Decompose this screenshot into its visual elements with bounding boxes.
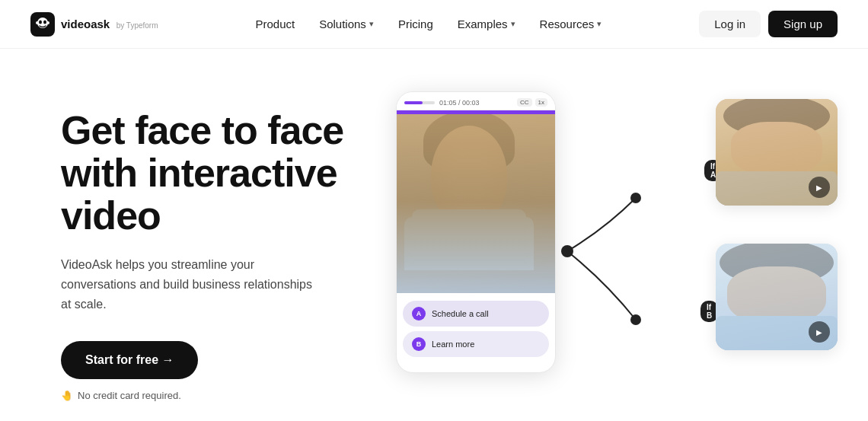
nav-actions: Log in Sign up <box>699 11 838 37</box>
note-text: No credit card required. <box>78 390 181 401</box>
logo[interactable]: videoask by Typeform <box>30 12 158 37</box>
svg-point-2 <box>39 20 42 24</box>
option-b-icon: B <box>412 337 426 351</box>
option-b-text: Learn more <box>432 340 474 349</box>
hero-copy: Get face to face with interactive video … <box>61 109 350 401</box>
speed-badge: 1x <box>535 98 547 107</box>
hero-section: Get face to face with interactive video … <box>0 0 868 421</box>
note-icon: 🤚 <box>61 390 73 401</box>
option-a-icon: A <box>412 307 426 321</box>
logo-wordmark: videoask by Typeform <box>61 18 158 31</box>
hero-title: Get face to face with interactive video <box>61 109 350 237</box>
card-if-b: ▶ <box>716 244 838 350</box>
nav-pricing[interactable]: Pricing <box>388 11 444 37</box>
nav-product[interactable]: Product <box>244 11 305 37</box>
phone-badges: CC 1x <box>517 98 547 107</box>
option-a-text: Schedule a call <box>432 309 489 318</box>
phone-header: 01:05 / 00:03 CC 1x <box>397 92 555 110</box>
solutions-chevron-icon: ▾ <box>369 19 374 29</box>
card-if-a: ▶ <box>716 99 838 206</box>
phone-video <box>397 110 555 293</box>
progress-bar <box>404 101 435 104</box>
examples-chevron-icon: ▾ <box>511 19 515 29</box>
signup-button[interactable]: Sign up <box>768 11 838 37</box>
phone-options: A Schedule a call B Learn more <box>397 293 555 365</box>
svg-point-3 <box>43 20 46 24</box>
hero-note: 🤚 No credit card required. <box>61 390 350 401</box>
logo-icon <box>30 12 55 37</box>
nav-resources[interactable]: Resources ▾ <box>529 11 613 37</box>
hero-subtitle: VideoAsk helps you streamline your conve… <box>61 255 320 314</box>
nav-links: Product Solutions ▾ Pricing Examples ▾ R… <box>244 11 612 37</box>
option-a[interactable]: A Schedule a call <box>403 301 549 327</box>
nav-examples[interactable]: Examples ▾ <box>447 11 526 37</box>
cta-button[interactable]: Start for free → <box>61 341 198 379</box>
video-time: 01:05 / 00:03 <box>439 99 480 107</box>
nav-solutions[interactable]: Solutions ▾ <box>308 11 385 37</box>
svg-point-5 <box>46 21 49 24</box>
svg-point-8 <box>630 314 641 325</box>
hero-visual: 01:05 / 00:03 CC 1x <box>396 76 838 421</box>
svg-point-4 <box>36 21 39 24</box>
option-b[interactable]: B Learn more <box>403 331 549 357</box>
login-button[interactable]: Log in <box>699 11 761 37</box>
cc-badge: CC <box>517 98 532 107</box>
navbar: videoask by Typeform Product Solutions ▾… <box>0 0 868 49</box>
play-button-a[interactable]: ▶ <box>809 177 830 198</box>
resources-chevron-icon: ▾ <box>597 19 602 29</box>
play-button-b[interactable]: ▶ <box>809 321 830 343</box>
branch-lines <box>544 137 666 365</box>
svg-point-7 <box>630 193 641 203</box>
progress-fill <box>404 101 423 104</box>
phone-mockup: 01:05 / 00:03 CC 1x <box>396 91 556 373</box>
